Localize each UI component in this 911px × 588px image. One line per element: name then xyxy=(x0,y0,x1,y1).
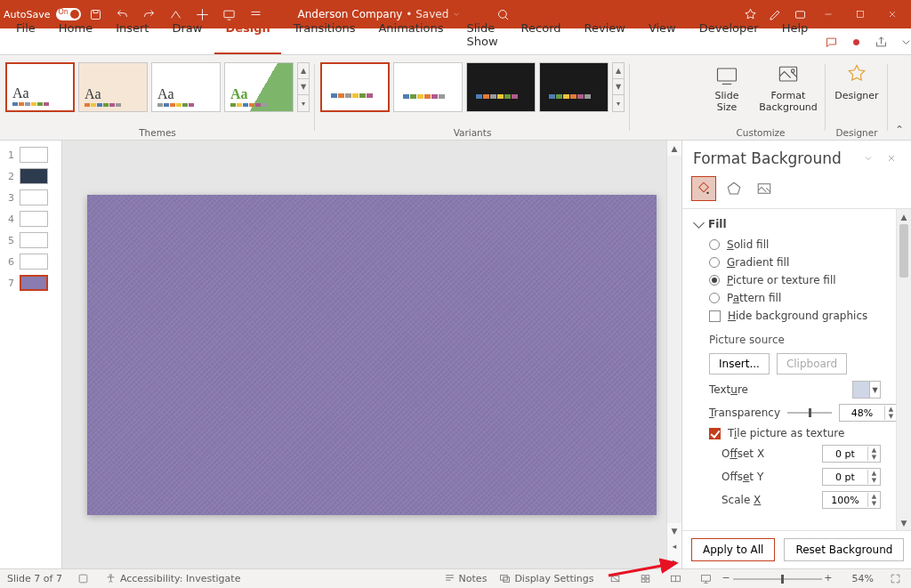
radio-picture-fill[interactable]: Picture or texture fill xyxy=(695,271,907,289)
tab-transitions[interactable]: Transitions xyxy=(283,16,367,54)
zoom-slider[interactable] xyxy=(733,578,822,580)
effects-tab-icon[interactable] xyxy=(722,176,746,201)
svg-rect-21 xyxy=(702,576,711,582)
a11y-status[interactable]: Accessibility: Investigate xyxy=(105,573,241,584)
thumb-3[interactable]: 3 xyxy=(0,187,61,208)
reset-background-button[interactable]: Reset Background xyxy=(784,538,904,561)
radio-gradient-fill[interactable]: Gradient fill xyxy=(695,254,907,271)
variant-tile[interactable] xyxy=(539,62,609,112)
check-hide-graphics[interactable]: Hide background graphics xyxy=(695,307,907,325)
transparency-slider[interactable] xyxy=(787,412,832,414)
sorter-view-icon[interactable] xyxy=(637,571,655,587)
slideshow-view-icon[interactable] xyxy=(697,571,715,587)
tab-help[interactable]: Help xyxy=(771,16,819,54)
thumb-2[interactable]: 2 xyxy=(0,165,61,187)
svg-rect-4 xyxy=(858,12,864,18)
tab-design[interactable]: Design xyxy=(214,16,280,54)
editor-vertical-scrollbar[interactable]: ▲ ▼ ◂ ▸ xyxy=(666,141,681,568)
svg-rect-18 xyxy=(641,579,645,582)
variant-tile[interactable] xyxy=(466,62,536,112)
workspace: 1 2 3 4 5 6 7 ▲ ▼ ◂ ▸ Format Background xyxy=(0,141,911,568)
slide-editor[interactable]: ▲ ▼ ◂ ▸ xyxy=(62,141,681,568)
thumb-5[interactable]: 5 xyxy=(0,230,61,251)
slide-canvas[interactable] xyxy=(87,195,657,515)
thumb-6[interactable]: 6 xyxy=(0,251,61,272)
slide-indicator[interactable]: Slide 7 of 7 xyxy=(7,573,62,584)
tab-developer[interactable]: Developer xyxy=(689,16,770,54)
ribbon-group-designer: Designer Designer xyxy=(826,55,888,140)
close-pane-icon[interactable] xyxy=(883,149,900,167)
variants-gallery-expand[interactable]: ▲▼▾ xyxy=(612,62,625,112)
slide-thumbnails[interactable]: 1 2 3 4 5 6 7 xyxy=(0,141,62,568)
tab-animations[interactable]: Animations xyxy=(367,16,454,54)
fill-tab-icon[interactable] xyxy=(691,176,716,201)
thumb-1[interactable]: 1 xyxy=(0,144,61,165)
texture-picker[interactable]: ▼ xyxy=(852,381,881,399)
offset-y-spin[interactable]: ▲▼ xyxy=(822,468,881,486)
variant-tile[interactable] xyxy=(320,62,390,112)
group-label: Themes xyxy=(0,127,315,138)
thumb-4[interactable]: 4 xyxy=(0,208,61,230)
svg-rect-11 xyxy=(80,575,88,583)
clipboard-button[interactable]: Clipboard xyxy=(777,353,847,375)
spellcheck-icon[interactable] xyxy=(75,571,93,587)
svg-point-12 xyxy=(109,575,111,576)
picture-tab-icon[interactable] xyxy=(752,176,777,201)
svg-rect-17 xyxy=(646,576,649,578)
pane-scrollbar[interactable]: ▲ ▼ xyxy=(896,209,911,530)
tab-draw[interactable]: Draw xyxy=(161,16,213,54)
collapse-ribbon-icon[interactable]: ⌃ xyxy=(888,55,911,140)
format-background-button[interactable]: Format Background xyxy=(756,59,820,113)
svg-rect-14 xyxy=(504,577,510,582)
autosave-switch[interactable]: On xyxy=(56,8,81,20)
ribbon-group-themes: Aa Aa Aa Aa ▲▼▾ Themes xyxy=(0,55,315,140)
offset-x-label: Offset X xyxy=(722,447,764,460)
normal-view-icon[interactable] xyxy=(607,571,625,587)
display-settings-button[interactable]: Display Settings xyxy=(499,573,593,584)
fit-window-icon[interactable] xyxy=(886,571,904,587)
designer-button[interactable]: Designer xyxy=(831,59,883,102)
camera-record-icon[interactable] xyxy=(845,32,867,52)
fill-section-header[interactable]: Fill xyxy=(695,214,907,236)
svg-rect-19 xyxy=(646,579,649,582)
variant-tile[interactable] xyxy=(393,62,463,112)
radio-pattern-fill[interactable]: Pattern fill xyxy=(695,289,907,307)
insert-picture-button[interactable]: Insert... xyxy=(709,353,770,375)
tab-insert[interactable]: Insert xyxy=(105,16,159,54)
radio-solid-fill[interactable]: Solid fill xyxy=(695,236,907,254)
share-icon[interactable] xyxy=(870,32,891,52)
group-label: Customize xyxy=(696,127,826,138)
zoom-value[interactable]: 54% xyxy=(852,573,874,584)
format-background-pane: Format Background Fill Solid fill Gradie… xyxy=(681,141,911,568)
thumb-7[interactable]: 7 xyxy=(0,272,61,294)
maximize-button[interactable] xyxy=(845,2,875,27)
reading-view-icon[interactable] xyxy=(667,571,685,587)
theme-tile[interactable]: Aa xyxy=(224,62,294,112)
ribbon: Aa Aa Aa Aa ▲▼▾ Themes ▲▼▾ Variants Slid… xyxy=(0,55,911,141)
comments-icon[interactable] xyxy=(820,32,842,52)
check-tile-texture[interactable]: Tile picture as texture xyxy=(695,424,907,442)
theme-tile[interactable]: Aa xyxy=(5,62,75,112)
picture-source-label: Picture source xyxy=(695,325,907,350)
svg-rect-7 xyxy=(718,68,737,81)
tab-home[interactable]: Home xyxy=(48,16,103,54)
offset-x-spin[interactable]: ▲▼ xyxy=(822,445,881,463)
tab-slide-show[interactable]: Slide Show xyxy=(456,16,509,54)
pane-title: Format Background xyxy=(693,149,854,167)
tab-record[interactable]: Record xyxy=(511,16,572,54)
transparency-spin[interactable]: ▲▼ xyxy=(839,404,898,422)
tab-review[interactable]: Review xyxy=(574,16,636,54)
notes-button[interactable]: Notes xyxy=(444,573,488,584)
apply-to-all-button[interactable]: Apply to All xyxy=(691,538,775,561)
close-button[interactable] xyxy=(877,2,907,27)
tab-file[interactable]: File xyxy=(5,16,46,54)
pane-options-icon[interactable] xyxy=(859,149,877,167)
theme-tile[interactable]: Aa xyxy=(78,62,148,112)
scale-x-spin[interactable]: ▲▼ xyxy=(822,491,881,509)
share-dropdown-icon[interactable] xyxy=(895,32,911,52)
tab-view[interactable]: View xyxy=(638,16,687,54)
themes-gallery-expand[interactable]: ▲▼▾ xyxy=(297,62,310,112)
slide-size-button[interactable]: Slide Size xyxy=(701,59,753,113)
theme-tile[interactable]: Aa xyxy=(151,62,221,112)
svg-rect-16 xyxy=(641,576,645,578)
